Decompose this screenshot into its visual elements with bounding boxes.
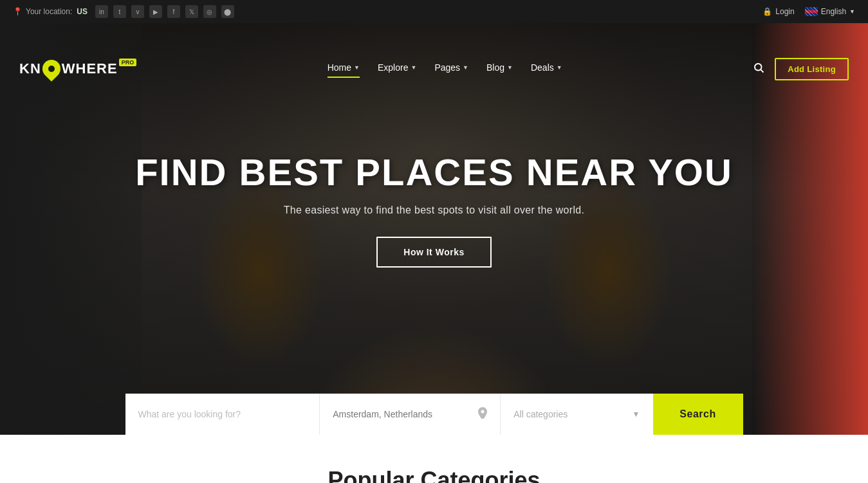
nav-home-label: Home bbox=[328, 62, 351, 73]
home-chevron-icon: ▼ bbox=[354, 64, 360, 71]
youtube-icon[interactable]: ▶ bbox=[149, 5, 162, 18]
top-bar: 📍 Your location: US in t v ▶ f 𝕏 ◎ ⬤ 🔒 L… bbox=[0, 0, 868, 23]
linkedin-icon[interactable]: in bbox=[95, 5, 108, 18]
social-icons-group: in t v ▶ f 𝕏 ◎ ⬤ bbox=[95, 5, 234, 18]
flickr-icon[interactable]: ⬤ bbox=[221, 5, 234, 18]
add-listing-button[interactable]: Add Listing bbox=[775, 58, 849, 80]
search-button[interactable]: Search bbox=[653, 394, 743, 435]
facebook-icon[interactable]: f bbox=[167, 5, 180, 18]
site-logo[interactable]: KN WHERE PRO bbox=[19, 60, 136, 78]
twitter-icon[interactable]: 𝕏 bbox=[185, 5, 198, 18]
how-it-works-button[interactable]: How It Works bbox=[376, 237, 491, 268]
instagram-icon[interactable]: ◎ bbox=[203, 5, 216, 18]
logo-kn-text: KN bbox=[19, 60, 41, 77]
location-search-input[interactable] bbox=[333, 409, 473, 419]
nav-pages-label: Pages bbox=[434, 62, 460, 73]
nav-item-home[interactable]: Home ▼ bbox=[328, 62, 360, 75]
hero-section: KN WHERE PRO Home ▼ Explore ▼ Pages ▼ Bl… bbox=[0, 23, 868, 435]
nav-blog-label: Blog bbox=[486, 62, 504, 73]
language-label: English bbox=[821, 7, 846, 16]
nav-deals-label: Deals bbox=[531, 62, 554, 73]
logo-pin-icon bbox=[39, 56, 64, 82]
tumblr-icon[interactable]: t bbox=[113, 5, 126, 18]
nav-item-blog[interactable]: Blog ▼ bbox=[486, 62, 513, 75]
category-label: All categories bbox=[513, 409, 568, 419]
vimeo-icon[interactable]: v bbox=[131, 5, 144, 18]
logo-where-text: WHERE bbox=[62, 60, 118, 77]
top-bar-left: 📍 Your location: US in t v ▶ f 𝕏 ◎ ⬤ bbox=[13, 5, 234, 18]
flag-icon bbox=[805, 7, 818, 16]
nav-item-deals[interactable]: Deals ▼ bbox=[531, 62, 562, 75]
location-value: US bbox=[77, 7, 88, 16]
location-display: 📍 Your location: US bbox=[13, 7, 88, 16]
deals-chevron-icon: ▼ bbox=[557, 64, 562, 71]
keyword-search-input[interactable] bbox=[125, 394, 320, 435]
search-toggle-button[interactable] bbox=[753, 62, 764, 77]
pages-chevron-icon: ▼ bbox=[463, 64, 468, 71]
popular-categories-title: Popular Categories bbox=[13, 467, 855, 483]
language-selector[interactable]: English ▼ bbox=[805, 7, 855, 16]
search-bar: All categories ▼ Search bbox=[125, 394, 743, 435]
lang-chevron-icon: ▼ bbox=[849, 8, 855, 15]
category-dropdown[interactable]: All categories ▼ bbox=[500, 394, 652, 435]
blog-chevron-icon: ▼ bbox=[507, 64, 513, 71]
hero-subtitle: The easiest way to find the best spots t… bbox=[135, 205, 733, 216]
location-label: Your location: bbox=[26, 7, 72, 16]
svg-line-1 bbox=[761, 69, 764, 72]
location-pin-icon bbox=[478, 407, 487, 421]
svg-point-2 bbox=[481, 410, 485, 414]
nav-explore-label: Explore bbox=[378, 62, 408, 73]
popular-categories-section: Popular Categories Browse some popular c… bbox=[0, 435, 868, 483]
top-bar-right: 🔒 Login English ▼ bbox=[762, 7, 855, 16]
nav-links-group: Home ▼ Explore ▼ Pages ▼ Blog ▼ Deals ▼ bbox=[328, 62, 562, 75]
login-button[interactable]: 🔒 Login bbox=[762, 7, 794, 16]
nav-right-group: Add Listing bbox=[753, 58, 849, 80]
nav-item-pages[interactable]: Pages ▼ bbox=[434, 62, 468, 75]
nav-item-explore[interactable]: Explore ▼ bbox=[378, 62, 416, 75]
hero-content: FIND BEST PLACES NEAR YOU The easiest wa… bbox=[122, 152, 746, 268]
lock-icon: 🔒 bbox=[762, 7, 772, 16]
location-search-field bbox=[319, 394, 500, 435]
logo-pro-badge: PRO bbox=[119, 59, 137, 66]
hero-title: FIND BEST PLACES NEAR YOU bbox=[135, 152, 733, 193]
login-label: Login bbox=[775, 7, 794, 16]
location-pin-icon: 📍 bbox=[13, 7, 23, 16]
category-chevron-icon: ▼ bbox=[633, 410, 640, 419]
svg-point-0 bbox=[755, 64, 762, 71]
explore-chevron-icon: ▼ bbox=[411, 64, 416, 71]
main-navbar: KN WHERE PRO Home ▼ Explore ▼ Pages ▼ Bl… bbox=[0, 46, 868, 91]
